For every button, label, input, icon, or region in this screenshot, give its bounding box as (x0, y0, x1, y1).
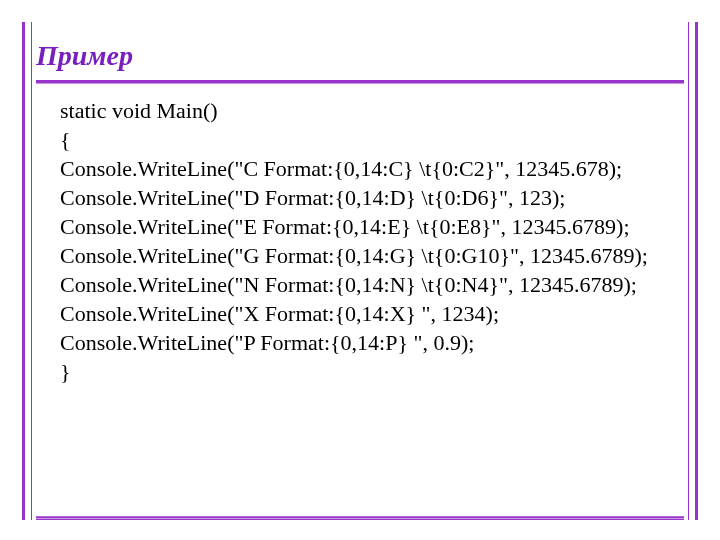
footer-rule (36, 516, 684, 520)
right-border-rule (688, 22, 698, 520)
slide-container: Пример static void Main() { Console.Writ… (0, 0, 720, 540)
title-underline (36, 80, 684, 84)
code-block: static void Main() { Console.WriteLine("… (60, 96, 670, 386)
left-border-rule (22, 22, 32, 520)
slide-title: Пример (36, 40, 133, 72)
